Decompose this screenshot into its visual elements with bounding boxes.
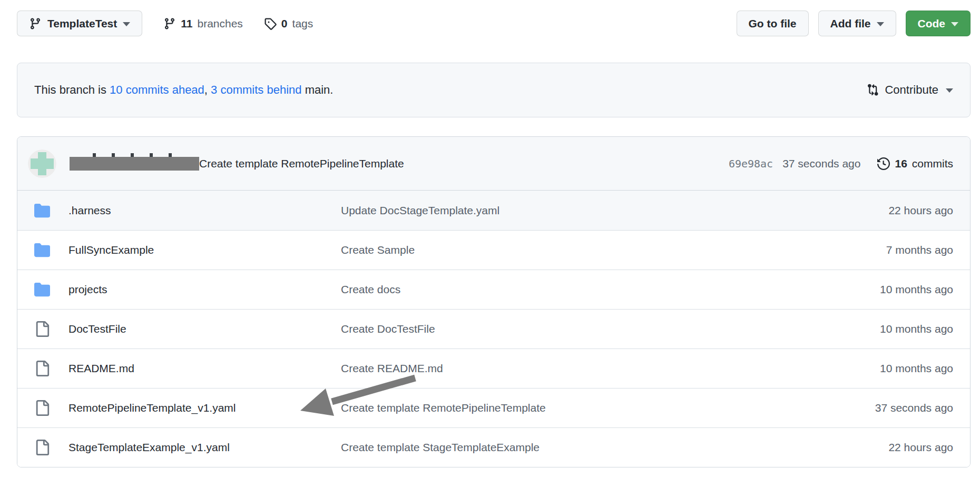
branches-link[interactable]: 11 branches: [163, 17, 243, 30]
go-to-file-label: Go to file: [749, 17, 797, 30]
file-commit-time: 22 hours ago: [827, 204, 953, 217]
file-commit-message-link[interactable]: Create docs: [341, 283, 810, 296]
chevron-down-icon: [951, 22, 958, 26]
file-commit-time: 7 months ago: [827, 244, 953, 256]
tags-link[interactable]: 0 tags: [264, 17, 313, 30]
chevron-down-icon: [877, 22, 884, 26]
latest-commit-header: Create template RemotePipelineTemplate 6…: [17, 137, 970, 191]
file-commit-message-link[interactable]: Create template StageTemplateExample: [341, 441, 810, 454]
banner-text: This branch is 10 commits ahead, 3 commi…: [34, 83, 333, 97]
file-commit-time: 22 hours ago: [827, 441, 953, 454]
git-compare-icon: [866, 84, 879, 96]
banner-comma: ,: [204, 83, 208, 96]
branches-label: branches: [197, 17, 242, 30]
repo-toolbar: TemplateTest 11 branches 0 tags Go to fi…: [17, 11, 971, 36]
latest-commit-message[interactable]: Create template RemotePipelineTemplate: [199, 157, 404, 170]
commit-time: 37 seconds ago: [782, 157, 860, 170]
chevron-down-icon: [123, 22, 130, 26]
contribute-label: Contribute: [885, 83, 938, 97]
commits-behind-link[interactable]: 3 commits behind: [211, 83, 301, 96]
file-commit-time: 10 months ago: [827, 283, 953, 296]
branches-count: 11: [181, 17, 192, 30]
repo-page: TemplateTest 11 branches 0 tags Go to fi…: [0, 0, 980, 478]
commit-sha-link[interactable]: 69e98ac: [729, 157, 773, 170]
file-row[interactable]: DocTestFile Create DocTestFile 10 months…: [17, 309, 970, 348]
go-to-file-button[interactable]: Go to file: [737, 11, 809, 36]
branch-status-banner: This branch is 10 commits ahead, 3 commi…: [17, 63, 971, 117]
file-row[interactable]: RemotePipelineTemplate_v1.yaml Create te…: [17, 388, 970, 427]
file-name-link[interactable]: StageTemplateExample_v1.yaml: [68, 441, 324, 454]
file-name-link[interactable]: README.md: [68, 362, 324, 375]
file-commit-message-link[interactable]: Create template RemotePipelineTemplate: [341, 402, 810, 414]
folder-icon: [34, 282, 50, 297]
file-row[interactable]: .harness Update DocStageTemplate.yaml 22…: [17, 191, 970, 230]
add-file-label: Add file: [830, 17, 871, 30]
file-commit-time: 10 months ago: [827, 362, 953, 375]
file-name-link[interactable]: DocTestFile: [68, 323, 324, 335]
file-name-link[interactable]: FullSyncExample: [68, 244, 324, 256]
branch-selector-label: TemplateTest: [47, 17, 117, 30]
contribute-button[interactable]: Contribute: [866, 83, 953, 97]
tags-count: 0: [281, 17, 288, 30]
add-file-button[interactable]: Add file: [818, 11, 896, 36]
file-commit-message-link[interactable]: Create DocTestFile: [341, 323, 810, 335]
code-button[interactable]: Code: [906, 11, 971, 36]
commits-ahead-link[interactable]: 10 commits ahead: [110, 83, 204, 96]
files-box: Create template RemotePipelineTemplate 6…: [17, 136, 971, 467]
avatar[interactable]: [28, 150, 56, 178]
file-icon: [34, 400, 50, 416]
git-branch-icon: [29, 17, 42, 30]
file-commit-time: 10 months ago: [827, 323, 953, 335]
file-icon: [34, 440, 50, 455]
branch-selector-button[interactable]: TemplateTest: [17, 11, 142, 36]
file-row[interactable]: README.md Create README.md 10 months ago: [17, 348, 970, 388]
chevron-down-icon: [946, 88, 953, 93]
commit-meta: 69e98ac 37 seconds ago 16 commits: [729, 157, 953, 170]
folder-icon: [34, 203, 50, 218]
author-name-redacted: [70, 157, 199, 171]
file-name-link[interactable]: projects: [68, 283, 324, 296]
file-commit-time: 37 seconds ago: [827, 402, 953, 414]
file-commit-message-link[interactable]: Create README.md: [341, 362, 810, 375]
file-name-link[interactable]: RemotePipelineTemplate_v1.yaml: [68, 402, 324, 414]
tag-icon: [264, 17, 277, 30]
commits-label: commits: [912, 157, 953, 170]
file-commit-message-link[interactable]: Create Sample: [341, 244, 810, 256]
commit-history-link[interactable]: 16 commits: [877, 157, 953, 170]
file-row[interactable]: StageTemplateExample_v1.yaml Create temp…: [17, 427, 970, 467]
commits-count: 16: [895, 157, 907, 170]
banner-suffix: main.: [305, 83, 334, 96]
file-row[interactable]: FullSyncExample Create Sample 7 months a…: [17, 230, 970, 270]
code-label: Code: [918, 17, 946, 30]
folder-icon: [34, 242, 50, 258]
file-name-link[interactable]: .harness: [68, 204, 324, 217]
file-icon: [34, 321, 50, 337]
tags-label: tags: [292, 17, 313, 30]
git-branch-icon: [163, 17, 176, 30]
history-icon: [877, 157, 890, 170]
file-row[interactable]: projects Create docs 10 months ago: [17, 270, 970, 309]
banner-prefix: This branch is: [34, 83, 106, 96]
file-commit-message-link[interactable]: Update DocStageTemplate.yaml: [341, 204, 810, 217]
file-icon: [34, 361, 50, 376]
file-list: .harness Update DocStageTemplate.yaml 22…: [17, 191, 970, 467]
